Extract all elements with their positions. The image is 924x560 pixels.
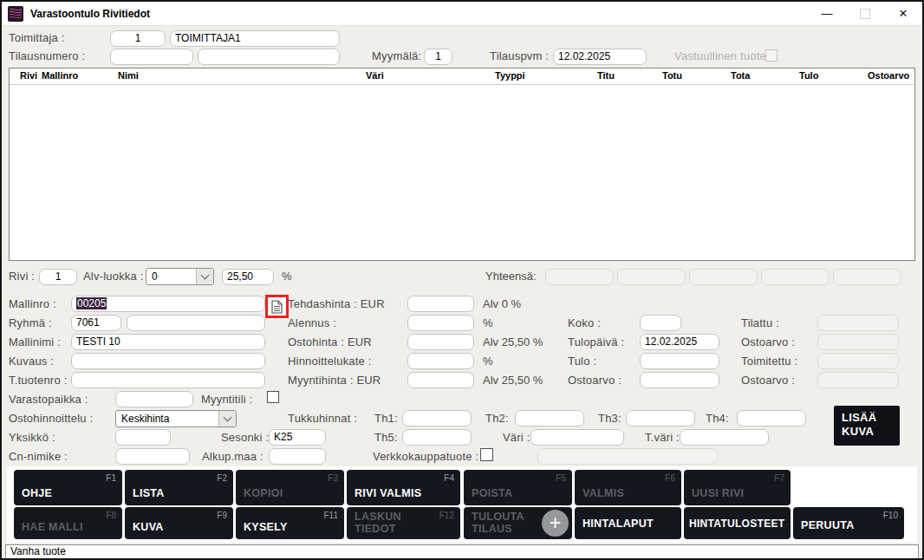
tulo-label: Tulo : (568, 355, 596, 368)
ostoarvo-field[interactable] (640, 372, 719, 388)
peruuta-button[interactable]: F10 PERUUTA (793, 507, 904, 539)
tilauspvm-label: Tilauspvm : (490, 49, 549, 62)
rows-grid[interactable]: Rivi Mallinro Nimi Väri Tyyppi Titu Totu… (9, 68, 915, 261)
vari-field[interactable] (530, 429, 624, 446)
hintalaput-button[interactable]: HINTALAPUT (575, 507, 681, 539)
kuvaus-label: Kuvaus : (9, 355, 54, 368)
lisaa-kuva-button[interactable]: LISÄÄ KUVA (834, 406, 900, 446)
column-header-nimi: Nimi (118, 70, 139, 81)
app-icon (8, 6, 23, 22)
open-model-list-button[interactable] (265, 295, 289, 318)
lista-button[interactable]: F2 LISTA (125, 470, 233, 505)
tulopaiva-field[interactable]: 12.02.2025 (640, 334, 719, 350)
button-label: OHJE (22, 487, 52, 499)
yksikko-field[interactable] (115, 429, 171, 446)
th4-field[interactable] (737, 410, 806, 427)
ryhma-name-field[interactable] (127, 315, 265, 331)
fkey-label: F3 (328, 473, 338, 483)
koko-field[interactable] (640, 315, 681, 331)
hinnoittelukate-field[interactable] (407, 353, 474, 369)
minimize-button[interactable]: — (808, 2, 846, 25)
toimittaja-code-field[interactable]: 1 (110, 30, 166, 47)
tehdashinta-field[interactable] (407, 296, 474, 312)
th3-field[interactable] (626, 410, 695, 427)
ryhma-code-field[interactable]: 7061 (71, 315, 121, 331)
tilausnumero-field-2[interactable] (198, 49, 340, 65)
column-header-tyyppi: Tyyppi (495, 70, 525, 81)
button-label: KYSELY (244, 521, 288, 533)
th3-label: Th3: (598, 412, 621, 425)
toimitettu-field (817, 353, 899, 369)
kuvaus-field[interactable] (71, 353, 265, 369)
alennus-suffix: % (483, 316, 493, 329)
column-header-ostoarvo: Ostoarvo (868, 70, 909, 81)
myymala-field[interactable]: 1 (424, 49, 452, 65)
th1-field[interactable] (402, 410, 472, 427)
alv-percent-sign: % (282, 270, 292, 283)
alv-percent-field[interactable]: 25,50 (222, 269, 274, 285)
yhteensa-field-4 (761, 269, 830, 285)
kopioi-button: F3 KOPIOI (236, 470, 344, 505)
status-text: Vanha tuote (10, 545, 66, 557)
alv-luokka-select[interactable]: 0 (146, 268, 214, 285)
tehdashinta-label: Tehdashinta : EUR (288, 297, 385, 310)
mallinro-field[interactable]: 00205 (71, 296, 265, 312)
yhteensa-field-1 (545, 269, 614, 285)
tulo-field[interactable] (640, 353, 719, 369)
window-title: Varastoontulo Rivitiedot (30, 8, 150, 20)
column-header-totu: Totu (662, 70, 682, 81)
hintatulosteet-button[interactable]: HINTATULOSTEET (684, 507, 791, 539)
ostohinta-label: Ostohinta : EUR (288, 335, 372, 348)
mallinimi-field[interactable]: TESTI 10 (71, 334, 265, 350)
tilattu-label: Tilattu : (741, 316, 779, 329)
button-label: RIVI VALMIS (355, 487, 421, 499)
vastuullinen-tuote-checkbox (765, 49, 778, 62)
close-button[interactable]: ✕ (884, 2, 922, 25)
myyntihinta-field[interactable] (407, 372, 474, 388)
tulouta-tilaus-button: TULOUTA TILAUS + (464, 507, 572, 539)
toimittaja-label: Toimittaja : (9, 31, 65, 44)
toimitettu-label: Toimitettu : (741, 355, 797, 368)
button-label: HINTALAPUT (582, 518, 654, 530)
sesonki-field[interactable]: K25 (269, 429, 326, 446)
th5-field[interactable] (402, 429, 472, 446)
tilausnumero-label: Tilausnumero : (9, 49, 85, 62)
lisaa-kuva-label-line2: KUVA (842, 425, 900, 439)
yksikko-label: Yksikkö : (9, 431, 55, 444)
toimittaja-name-field[interactable]: TOIMITTAJA1 (170, 30, 340, 47)
column-header-vari: Väri (366, 70, 384, 81)
fkey-label: F1 (106, 473, 116, 483)
fkey-label: F12 (439, 511, 454, 520)
hae-malli-button: F8 HAE MALLI (14, 507, 122, 539)
ostoarvo-tilattu-field (817, 334, 899, 350)
rivi-field[interactable]: 1 (39, 269, 77, 285)
ostohinnoittelu-select[interactable]: Keskihinta (115, 410, 237, 427)
ohje-button[interactable]: F1 OHJE (14, 470, 122, 505)
tilausnumero-field-1[interactable] (110, 49, 193, 65)
tilauspvm-field[interactable]: 12.02.2025 (553, 49, 647, 65)
t-tuotenro-field[interactable] (71, 372, 265, 388)
kuva-button[interactable]: F9 KUVA (125, 507, 233, 539)
verkkokauppatuote-checkbox[interactable] (480, 448, 493, 461)
verkkokauppa-info-field (537, 448, 718, 465)
alennus-field[interactable] (407, 315, 474, 331)
maximize-button (846, 2, 884, 25)
t-vari-field[interactable] (680, 429, 769, 446)
yhteensa-field-2 (617, 269, 686, 285)
kysely-button[interactable]: F11 KYSELY (236, 507, 344, 539)
yhteensa-field-5 (833, 269, 901, 285)
ostohinta-field[interactable] (407, 334, 474, 350)
th2-field[interactable] (515, 410, 584, 427)
mallinimi-label: Mallinimi : (9, 335, 61, 348)
alkup-maa-field[interactable] (269, 448, 326, 465)
varastopaikka-field[interactable] (115, 391, 193, 407)
button-label: VALMIS (582, 487, 624, 499)
rivi-valmis-button[interactable]: F4 RIVI VALMIS (347, 470, 460, 505)
column-header-tulo: Tulo (799, 70, 818, 81)
valmis-button: F6 VALMIS (575, 470, 681, 505)
myyntitili-checkbox[interactable] (267, 391, 279, 403)
button-label: HAE MALLI (22, 521, 83, 533)
button-label: KOPIOI (244, 487, 283, 499)
cn-nimike-field[interactable] (115, 448, 190, 465)
uusi-rivi-button: F7 UUSI RIVI (684, 470, 791, 505)
